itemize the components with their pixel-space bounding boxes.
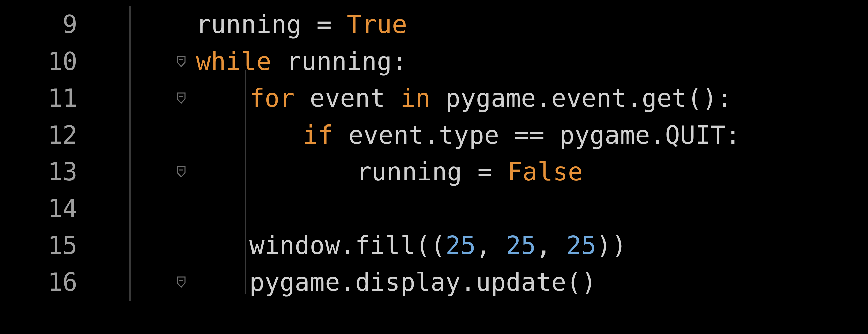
token-op: () [566, 268, 596, 297]
token-op: . [626, 84, 642, 112]
token-op: . [340, 231, 355, 260]
line-number: 10 [0, 43, 129, 80]
code-line[interactable]: pygame.display.update() [186, 264, 741, 301]
fold-collapse-icon[interactable] [176, 276, 186, 288]
code-line[interactable]: if event.type == pygame.QUIT: [186, 116, 741, 153]
code-content[interactable]: running = Truewhile running:for event in… [186, 6, 741, 301]
token-op: == [499, 121, 560, 149]
line-number-gutter: 9 10 11 12 13 14 15 16 [0, 6, 131, 301]
line-number: 11 [0, 80, 129, 116]
token-op: . [461, 268, 476, 297]
token-id: QUIT [665, 121, 725, 149]
token-op: , [536, 231, 566, 260]
token-op: . [424, 121, 439, 149]
token-kw: in [401, 84, 431, 112]
token-num: 25 [506, 231, 536, 260]
code-line[interactable]: for event in pygame.event.get(): [186, 80, 741, 116]
token-op: = [462, 157, 507, 186]
token-op [431, 84, 446, 112]
token-op [333, 121, 348, 149]
token-lit: False [508, 157, 583, 186]
token-kw: if [303, 121, 333, 149]
token-lit: True [347, 10, 407, 39]
line-number: 9 [0, 6, 129, 43]
token-num: 25 [566, 231, 596, 260]
token-op: . [536, 84, 551, 112]
token-id: event [348, 121, 424, 149]
token-op: : [392, 47, 407, 76]
fold-collapse-icon[interactable] [176, 56, 186, 67]
code-editor[interactable]: 9 10 11 12 13 14 15 16 running = Truewhi… [0, 0, 868, 334]
token-id: window [249, 231, 340, 260]
token-op [271, 47, 286, 76]
token-op: : [726, 121, 741, 149]
token-id: event [551, 84, 626, 112]
token-id: fill [355, 231, 415, 260]
token-op: (( [415, 231, 446, 260]
token-id: running [356, 157, 462, 186]
token-op: . [650, 121, 665, 149]
token-id: running [286, 47, 392, 76]
line-number: 12 [0, 116, 129, 153]
token-kw: while [196, 47, 271, 76]
code-line[interactable]: running = True [186, 6, 741, 43]
code-line[interactable]: window.fill((25, 25, 25)) [186, 227, 741, 264]
token-id: running [196, 10, 301, 39]
token-op [385, 84, 400, 112]
token-id: update [476, 268, 566, 297]
code-line[interactable]: while running: [186, 43, 741, 80]
code-line[interactable] [186, 190, 741, 227]
token-kw: for [249, 84, 295, 112]
fold-collapse-icon[interactable] [176, 92, 186, 104]
token-op: = [301, 10, 347, 39]
token-num: 25 [446, 231, 476, 260]
token-op: . [340, 268, 355, 297]
token-op: (): [687, 84, 733, 112]
line-number: 14 [0, 190, 129, 227]
token-id: pygame [249, 268, 340, 297]
token-id: display [355, 268, 461, 297]
code-line[interactable]: running = False [186, 153, 741, 190]
token-op: , [476, 231, 506, 260]
token-id: type [439, 121, 499, 149]
line-number: 16 [0, 264, 129, 301]
token-op [295, 84, 310, 112]
token-id: pygame [560, 121, 650, 149]
line-number: 13 [0, 153, 129, 190]
token-id: pygame [446, 84, 536, 112]
fold-collapse-icon[interactable] [176, 166, 186, 177]
token-id: event [310, 84, 385, 112]
token-id: get [642, 84, 687, 112]
token-op: )) [596, 231, 626, 260]
line-number: 15 [0, 227, 129, 264]
